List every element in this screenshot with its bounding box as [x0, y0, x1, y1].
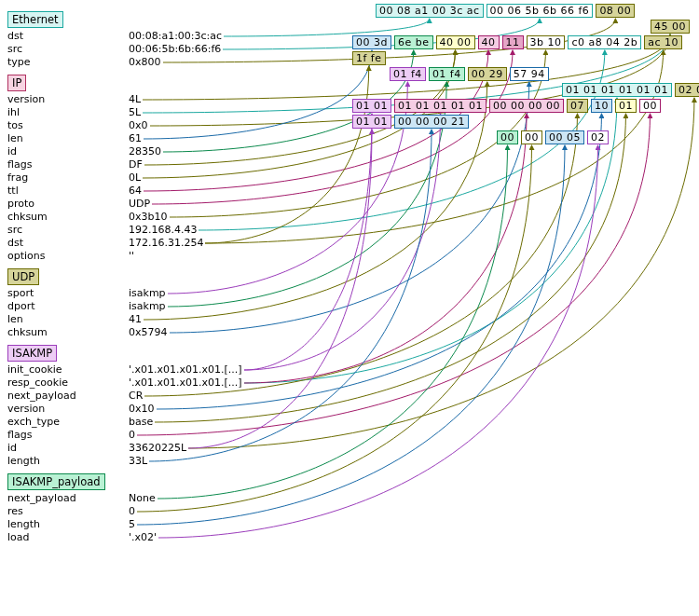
hex-line: 01 0101 01 01 01 0100 00 00 0007100100: [352, 99, 688, 115]
field-value: None: [129, 492, 156, 505]
hex-dump-panel: 00 08 a1 00 3c ac00 06 5b 6b 66 f608 004…: [352, 4, 688, 146]
hex-box: 40 00: [436, 35, 475, 49]
field-row: resp_cookie'.x01.x01.x01.x01.[...]: [7, 376, 692, 390]
hex-box: 01 01 01 01 01 01: [562, 83, 672, 97]
field-label: len: [7, 132, 129, 145]
hex-box: 00 3d: [352, 35, 391, 49]
hex-box: 01 01: [352, 99, 391, 113]
section-header-ethernet: Ethernet: [7, 11, 63, 28]
field-row: load'.x02': [7, 531, 692, 544]
hex-box: 01 f4: [390, 67, 426, 81]
hex-box: 00 29: [468, 67, 507, 81]
hex-box: 1f fe: [352, 51, 386, 65]
field-label: options: [7, 250, 129, 263]
field-value: 0x3b10: [129, 211, 168, 224]
field-label: chksum: [7, 326, 129, 339]
hex-line: 1f fe: [352, 51, 688, 67]
hex-line: 01 01 01 01 01 0102 01: [562, 83, 688, 99]
field-label: chksum: [7, 211, 129, 224]
field-row: dst172.16.31.254: [7, 237, 692, 250]
field-value: '.x01.x01.x01.x01.[...]: [129, 376, 242, 390]
field-value: 33L: [129, 455, 147, 468]
field-row: length33L: [7, 455, 692, 468]
field-label: version: [7, 93, 129, 106]
field-row: frag0L: [7, 171, 692, 185]
field-value: 64: [129, 185, 142, 198]
field-label: dst: [7, 30, 129, 43]
hex-line: 01 0100 00 00 21: [352, 115, 688, 130]
field-value: 00:06:5b:6b:66:f6: [129, 43, 221, 56]
field-value: UDP: [129, 198, 150, 211]
field-label: src: [7, 224, 129, 237]
hex-box: 01 01 01 01 01: [394, 99, 487, 113]
field-label: dport: [7, 300, 129, 313]
field-label: next_payload: [7, 492, 129, 505]
field-row: length5: [7, 518, 692, 531]
section-header-isakmp_payload: ISAKMP_payload: [7, 473, 105, 490]
field-label: id: [7, 442, 129, 455]
hex-box: 00 00 00 00: [489, 99, 564, 113]
hex-box: 00 06 5b 6b 66 f6: [487, 4, 594, 18]
hex-box: 07: [567, 99, 588, 113]
field-row: options'': [7, 250, 692, 263]
field-row: init_cookie'.x01.x01.x01.x01.[...]: [7, 363, 692, 376]
hex-box: 00 05: [545, 130, 584, 144]
field-row: chksum0x5794: [7, 326, 692, 339]
hex-box: 00: [497, 130, 518, 144]
hex-box: 00: [639, 99, 661, 113]
hex-box: 57 94: [510, 67, 549, 81]
field-value: isakmp: [129, 287, 166, 300]
field-label: ihl: [7, 106, 129, 119]
field-row: flags0: [7, 429, 692, 442]
field-label: tos: [7, 119, 129, 132]
field-row: next_payloadCR: [7, 390, 692, 403]
field-label: init_cookie: [7, 363, 129, 376]
section-header-udp: UDP: [7, 268, 39, 285]
field-value: 0: [129, 429, 135, 442]
field-label: dst: [7, 237, 129, 250]
hex-box: 3b 10: [527, 35, 566, 49]
field-value: '.x01.x01.x01.x01.[...]: [129, 363, 242, 376]
field-row: flagsDF: [7, 158, 692, 171]
field-value: DF: [129, 158, 143, 171]
hex-box: ac 10: [644, 35, 682, 49]
hex-box: 11: [502, 35, 524, 49]
field-label: exch_type: [7, 416, 129, 429]
field-label: next_payload: [7, 390, 129, 403]
field-label: flags: [7, 158, 129, 171]
hex-box: 6e be: [394, 35, 433, 49]
field-label: version: [7, 403, 129, 416]
field-label: src: [7, 43, 129, 56]
field-label: length: [7, 518, 129, 531]
field-row: version0x10: [7, 403, 692, 416]
hex-box: 10: [591, 99, 612, 113]
hex-box: 00 08 a1 00 3c ac: [376, 4, 484, 18]
field-value: 172.16.31.254: [129, 237, 203, 250]
field-label: len: [7, 313, 129, 326]
field-value: '': [129, 250, 134, 263]
field-value: 33620225L: [129, 442, 186, 455]
field-value: 61: [129, 132, 142, 145]
field-value: 0L: [129, 171, 141, 185]
field-label: id: [7, 145, 129, 158]
field-value: 28350: [129, 145, 161, 158]
field-label: proto: [7, 198, 129, 211]
field-row: exch_typebase: [7, 416, 692, 429]
field-value: 0x5794: [129, 326, 168, 339]
field-value: 5L: [129, 106, 141, 119]
field-label: load: [7, 531, 129, 544]
hex-box: 45 00: [651, 20, 690, 34]
field-label: ttl: [7, 185, 129, 198]
hex-box: 00 00 00 21: [394, 115, 469, 129]
field-value: 41: [129, 313, 142, 326]
field-row: res0: [7, 505, 692, 518]
field-row: id33620225L: [7, 442, 692, 455]
field-label: flags: [7, 429, 129, 442]
hex-box: 01 01: [352, 115, 391, 129]
field-value: 5: [129, 518, 135, 531]
field-value: base: [129, 416, 153, 429]
field-value: 192.168.4.43: [129, 224, 197, 237]
field-value: CR: [129, 390, 143, 403]
section-header-isakmp: ISAKMP: [7, 345, 57, 362]
hex-box: 02 01: [675, 83, 699, 97]
